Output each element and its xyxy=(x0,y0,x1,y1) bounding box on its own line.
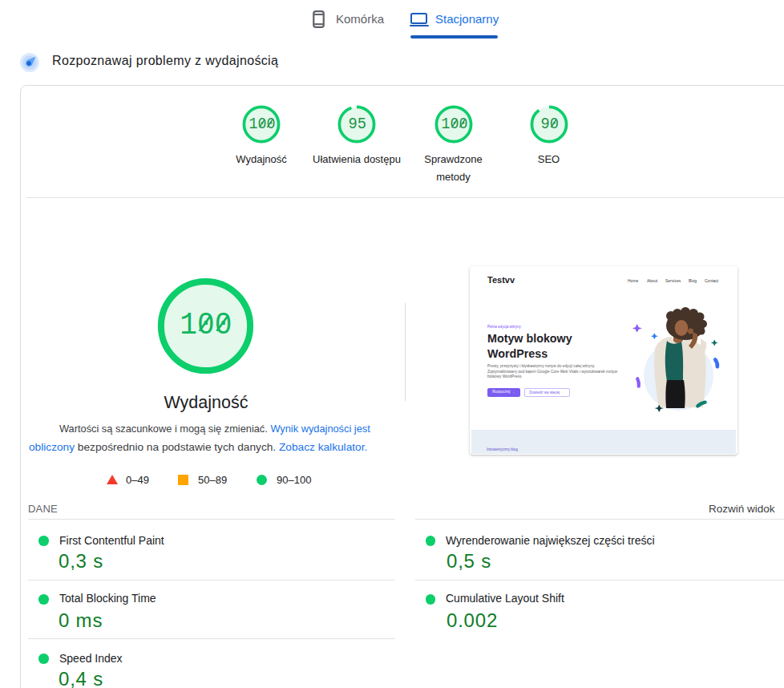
svg-text:100: 100 xyxy=(180,308,232,343)
svg-text:95: 95 xyxy=(348,115,366,133)
svg-text:90: 90 xyxy=(540,115,559,133)
